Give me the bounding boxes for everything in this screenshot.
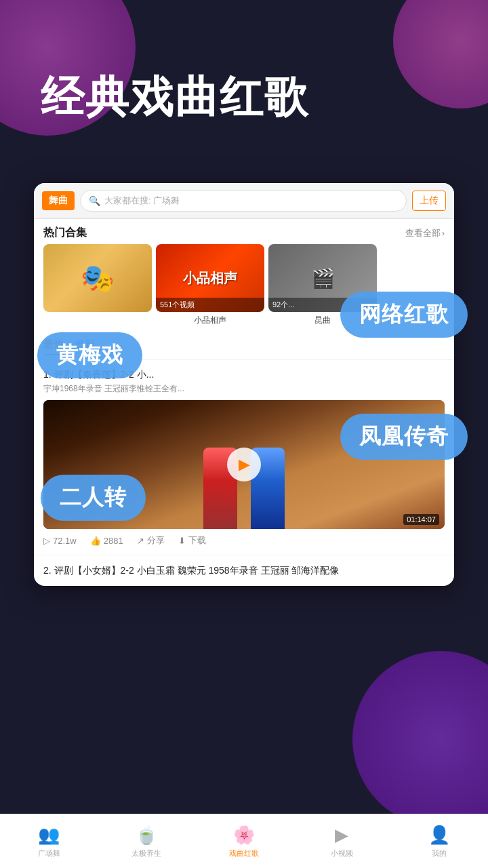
- video-item-2[interactable]: 2. 评剧【小女婿】2-2 小白玉霜 魏荣元 1958年录音 王冠丽 邹海洋配像: [34, 555, 454, 586]
- bg-decoration-top-right: [393, 0, 488, 108]
- thumb-comedy-label: 小品相声: [156, 315, 264, 326]
- play-icon: ▷: [43, 536, 50, 546]
- search-icon: 🔍: [89, 195, 100, 206]
- nav-label-xiquhongge: 戏曲红歌: [229, 848, 259, 859]
- view-all-link[interactable]: 查看全部 ›: [405, 227, 445, 239]
- search-placeholder-text: 大家都在搜: 广场舞: [104, 195, 180, 207]
- nav-item-xiaovideo[interactable]: ▶ 小视频: [293, 814, 390, 868]
- upload-button[interactable]: 上传: [412, 191, 446, 211]
- nav-item-guangchangwu[interactable]: 👥 广场舞: [0, 814, 98, 868]
- nav-item-taiji[interactable]: 🍵 太极养生: [98, 814, 195, 868]
- thumb-overlay-count: 551个视频: [156, 298, 264, 312]
- thumb-opera[interactable]: 🎭: [43, 244, 152, 326]
- bg-decoration-bottom-right: [352, 651, 488, 827]
- thumb-comedy[interactable]: 小品相声 551个视频 小品相声: [156, 244, 264, 326]
- float-label-fenghuang: 凤凰传奇: [340, 414, 468, 460]
- views-count: ▷ 72.1w: [43, 536, 77, 546]
- nav-item-mine[interactable]: 👤 我的: [390, 814, 488, 868]
- float-label-wangluo: 网络红歌: [340, 292, 468, 338]
- nav-label-xiaovideo: 小视频: [331, 848, 353, 859]
- top-bar: 舞曲 🔍 大家都在搜: 广场舞 上传: [34, 183, 454, 219]
- search-bar[interactable]: 🔍 大家都在搜: 广场舞: [80, 190, 407, 212]
- bottom-nav: 👥 广场舞 🍵 太极养生 🌸 戏曲红歌 ▶ 小视频 👤 我的: [0, 814, 488, 868]
- download-icon: ⬇: [178, 536, 186, 546]
- video-2-title: 2. 评剧【小女婿】2-2 小白玉霜 魏荣元 1958年录音 王冠丽 邹海洋配像: [43, 564, 445, 578]
- likes-count[interactable]: 👍 2881: [90, 536, 123, 546]
- nav-icon-taiji: 🍵: [136, 825, 157, 846]
- nav-icon-guangchangwu: 👥: [38, 825, 60, 846]
- nav-label-mine: 我的: [432, 848, 447, 859]
- nav-label-guangchangwu: 广场舞: [38, 848, 60, 859]
- hot-section-header: 热门合集 查看全部 ›: [34, 219, 454, 244]
- hot-section-title: 热门合集: [43, 226, 87, 240]
- float-label-huangmei: 黄梅戏: [37, 332, 142, 378]
- float-label-errenzhuan: 二人转: [41, 475, 146, 521]
- download-button[interactable]: ⬇ 下载: [178, 534, 206, 547]
- share-button[interactable]: ↗ 分享: [137, 534, 165, 547]
- nav-label-taiji: 太极养生: [131, 848, 161, 859]
- share-icon: ↗: [137, 536, 144, 546]
- chevron-right-icon: ›: [442, 228, 445, 238]
- video-duration: 01:14:07: [403, 514, 439, 525]
- play-button[interactable]: ▶: [227, 448, 261, 481]
- category-button[interactable]: 舞曲: [42, 191, 75, 210]
- page-title: 经典戏曲红歌: [41, 68, 309, 127]
- video-1-subtitle: 宇坤1968年录音 王冠丽李惟铨王全有...: [43, 384, 184, 393]
- thumb-opera-img: 🎭: [43, 244, 152, 312]
- nav-icon-xiquhongge: 🌸: [233, 825, 255, 846]
- video-1-meta: ▷ 72.1w 👍 2881 ↗ 分享 ⬇ 下载: [43, 534, 445, 547]
- nav-item-xiquhongge[interactable]: 🌸 戏曲红歌: [195, 814, 293, 868]
- nav-icon-xiaovideo: ▶: [335, 825, 348, 846]
- app-card: 舞曲 🔍 大家都在搜: 广场舞 上传 热门合集 查看全部 › 🎭 小品相声 55…: [34, 183, 454, 586]
- thumb-comedy-img: 小品相声 551个视频: [156, 244, 264, 312]
- opera-face-decoration: 🎭: [43, 244, 152, 312]
- nav-icon-mine: 👤: [428, 825, 450, 846]
- like-icon: 👍: [90, 536, 101, 546]
